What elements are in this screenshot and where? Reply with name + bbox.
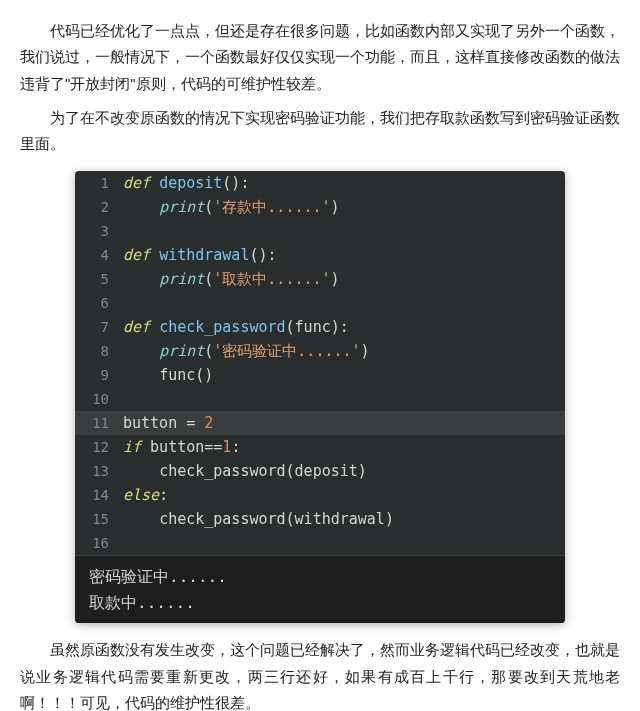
code-content [119,531,123,555]
code-line: 12if button==1: [75,435,565,459]
paragraph-2: 为了在不改变原函数的情况下实现密码验证功能，我们把存取款函数写到密码验证函数里面… [20,105,620,158]
code-line: 3 [75,219,565,243]
line-number: 16 [75,531,119,555]
code-content: func() [119,363,213,387]
line-number: 3 [75,219,119,243]
code-block: 1def deposit():2 print('存款中......')34def… [75,171,565,623]
code-content: print('密码验证中......') [119,339,370,363]
line-number: 4 [75,243,119,267]
output-line: 取款中...... [89,590,551,616]
code-line: 13 check_password(deposit) [75,459,565,483]
code-line: 16 [75,531,565,555]
code-line: 7def check_password(func): [75,315,565,339]
code-line: 14else: [75,483,565,507]
line-number: 7 [75,315,119,339]
code-line: 15 check_password(withdrawal) [75,507,565,531]
paragraph-3: 虽然原函数没有发生改变，这个问题已经解决了，然而业务逻辑代码已经改变，也就是说业… [20,637,620,711]
line-number: 15 [75,507,119,531]
code-content: print('存款中......') [119,195,340,219]
code-content [119,291,123,315]
code-content: check_password(withdrawal) [119,507,394,531]
code-line: 1def deposit(): [75,171,565,195]
line-number: 12 [75,435,119,459]
code-content: if button==1: [119,435,240,459]
line-number: 2 [75,195,119,219]
code-line: 5 print('取款中......') [75,267,565,291]
code-line: 4def withdrawal(): [75,243,565,267]
line-number: 10 [75,387,119,411]
code-line: 6 [75,291,565,315]
code-content: else: [119,483,168,507]
line-number: 14 [75,483,119,507]
code-content [119,387,123,411]
code-content [119,219,123,243]
code-content: check_password(deposit) [119,459,367,483]
code-line: 10 [75,387,565,411]
line-number: 5 [75,267,119,291]
line-number: 8 [75,339,119,363]
code-line: 11button = 2 [75,411,565,435]
output-line: 密码验证中...... [89,564,551,590]
line-number: 1 [75,171,119,195]
line-number: 6 [75,291,119,315]
code-content: print('取款中......') [119,267,340,291]
code-line: 8 print('密码验证中......') [75,339,565,363]
code-content: def deposit(): [119,171,249,195]
line-number: 11 [75,411,119,435]
code-line: 9 func() [75,363,565,387]
paragraph-1: 代码已经优化了一点点，但还是存在很多问题，比如函数内部又实现了另外一个函数，我们… [20,18,620,97]
line-number: 9 [75,363,119,387]
code-content: def withdrawal(): [119,243,277,267]
code-line: 2 print('存款中......') [75,195,565,219]
code-content: button = 2 [119,411,213,435]
line-number: 13 [75,459,119,483]
code-content: def check_password(func): [119,315,349,339]
code-output: 密码验证中......取款中...... [75,555,565,623]
